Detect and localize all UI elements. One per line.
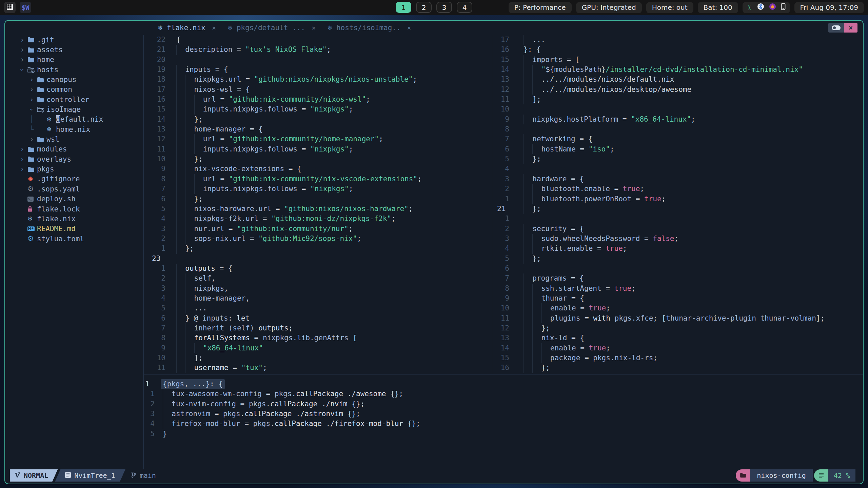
folder-icon bbox=[37, 97, 46, 102]
tab-close-icon[interactable]: × bbox=[312, 24, 316, 32]
workspace-4[interactable]: 4 bbox=[457, 2, 472, 13]
line-number: 1 bbox=[492, 214, 514, 224]
code-line: 12url = "github:nix-community/home-manag… bbox=[144, 134, 492, 144]
tab-flake-nix[interactable]: ❄flake.nix× bbox=[158, 24, 216, 32]
pane-flake-nix[interactable]: 22{21description = "tux's NixOS Flake";2… bbox=[144, 35, 492, 374]
code-text: nixpkgs.url = "github:nixos/nixpkgs/nixo… bbox=[169, 75, 417, 84]
tree-item-canopus[interactable]: ›canopus bbox=[5, 75, 143, 84]
line-number: 1 bbox=[144, 389, 158, 399]
code-line: 7programs = { bbox=[492, 273, 863, 283]
code-text: }; bbox=[169, 154, 203, 164]
line-number: 7 bbox=[492, 134, 514, 144]
status-pill-p[interactable]: P: Performance bbox=[509, 2, 572, 13]
line-number: 3 bbox=[144, 409, 158, 419]
tree-item-assets[interactable]: ›assets bbox=[5, 45, 143, 55]
workspace-2[interactable]: 2 bbox=[416, 2, 432, 13]
workspace-1[interactable]: 1 bbox=[396, 2, 411, 13]
apps-grid-button[interactable] bbox=[4, 2, 16, 13]
system-tray[interactable]: ✂ bbox=[743, 2, 790, 13]
chevron-right-icon: › bbox=[20, 46, 27, 54]
tree-item-overlays[interactable]: ›overlays bbox=[5, 154, 143, 164]
code-line: 16url = "github:nix-community/nixos-wsl"… bbox=[144, 95, 492, 104]
tree-item-flake-nix[interactable]: ❄flake.nix bbox=[5, 214, 143, 224]
pane-hosts-isoimage[interactable]: 17...16}: {15imports = [14"${modulesPath… bbox=[492, 35, 863, 374]
code-text: enable = true; bbox=[514, 303, 610, 313]
line-number: 3 bbox=[492, 234, 514, 244]
tree-item-wsl[interactable]: ›wsl bbox=[5, 134, 143, 144]
line-number: 3 bbox=[144, 224, 169, 234]
project-folder-badge bbox=[736, 469, 750, 482]
tree-item-controller[interactable]: ›controller bbox=[5, 95, 143, 104]
tree-item-isoimage[interactable]: ›isoImage bbox=[5, 104, 143, 114]
code-line: 7inherit (self) outputs; bbox=[144, 323, 492, 333]
tree-item-readme-md[interactable]: README.md bbox=[5, 224, 143, 234]
code-line: 8forAllSystems = nixpkgs.lib.genAttrs [ bbox=[144, 333, 492, 343]
scroll-percent-label: 42 % bbox=[834, 471, 850, 480]
code-text: inherit (self) outputs; bbox=[169, 323, 293, 333]
workspace-widget-label: $W bbox=[22, 4, 29, 11]
network-icon: ✂ bbox=[746, 5, 753, 10]
workspace-widget[interactable]: $W bbox=[20, 2, 31, 13]
code-line: 14"${modulesPath}/installer/cd-dvd/insta… bbox=[492, 65, 863, 75]
current-line-number: 23 bbox=[144, 254, 169, 264]
line-number: 1 bbox=[492, 194, 514, 204]
tab-label: flake.nix bbox=[167, 24, 205, 32]
tree-item-deploy-sh[interactable]: deploy.sh bbox=[5, 194, 143, 204]
code-line: 10]; bbox=[144, 353, 492, 363]
tree-item-label: .git bbox=[37, 36, 54, 44]
workspace-3[interactable]: 3 bbox=[436, 2, 452, 13]
tree-item--git[interactable]: ›.git bbox=[5, 35, 143, 45]
code-text bbox=[514, 104, 524, 114]
pane-pkgs-default[interactable]: 1{pkgs, ...}: {1tux-awesome-wm-config = … bbox=[144, 374, 863, 469]
code-text bbox=[514, 164, 524, 174]
line-number: 17 bbox=[492, 35, 514, 45]
tree-item-label: README.md bbox=[37, 225, 76, 233]
tree-item-label: default.nix bbox=[56, 115, 103, 123]
code-text: nixos-hardware.url = "github:nixos/nixos… bbox=[169, 204, 413, 214]
code-line: 7networking = { bbox=[492, 134, 863, 144]
tree-item-home-nix[interactable]: └❄home.nix bbox=[5, 124, 143, 134]
tree-item--sops-yaml[interactable]: ⚙.sops.yaml bbox=[5, 184, 143, 194]
code-line: 4firefox-mod-blur = pkgs.callPackage ./f… bbox=[144, 419, 863, 429]
tree-item-stylua-toml[interactable]: ⚙stylua.toml bbox=[5, 234, 143, 244]
line-number: 6 bbox=[492, 264, 514, 273]
tab-close-icon[interactable]: × bbox=[407, 24, 411, 32]
code-line: 1tux-awesome-wm-config = pkgs.callPackag… bbox=[144, 389, 863, 399]
line-number: 12 bbox=[144, 134, 169, 144]
code-text: nixos-wsl = { bbox=[169, 85, 250, 95]
line-number: 10 bbox=[492, 104, 514, 114]
line-number: 15 bbox=[492, 55, 514, 65]
status-pill-home[interactable]: Home: out bbox=[646, 2, 693, 13]
status-pill-gpu[interactable]: GPU: Integrated bbox=[576, 2, 642, 13]
code-line: 16}; bbox=[492, 363, 863, 373]
tree-item-flake-lock[interactable]: flake.lock bbox=[5, 204, 143, 214]
line-number: 14 bbox=[144, 115, 169, 124]
bluetooth-icon bbox=[757, 3, 764, 12]
mode-segment: NORMAL bbox=[10, 469, 58, 482]
code-text: self, bbox=[169, 273, 216, 283]
tree-item--gitignore[interactable]: .gitignore bbox=[5, 174, 143, 184]
chevron-right-icon: › bbox=[20, 56, 27, 64]
tree-item-default-nix[interactable]: │❄default.nix bbox=[5, 115, 143, 124]
tab-close-icon[interactable]: × bbox=[212, 24, 216, 32]
phone-icon bbox=[781, 3, 786, 12]
status-pill-bat[interactable]: Bat: 100 bbox=[698, 2, 738, 13]
window-close-button[interactable]: × bbox=[844, 23, 857, 33]
tab-pkgs-default-[interactable]: ❄pkgs/default ...× bbox=[228, 24, 316, 32]
clock-widget[interactable]: Fri Aug 09, 17:09 bbox=[794, 2, 864, 13]
file-tree[interactable]: ›.git›assets›home›hosts ›canopus ›common… bbox=[5, 35, 144, 469]
cursorline-highlight: {pkgs, ...}: { bbox=[161, 379, 225, 389]
tree-item-pkgs[interactable]: ›pkgs bbox=[5, 164, 143, 174]
terminal-icon bbox=[27, 197, 37, 202]
code-text: ]; bbox=[514, 95, 541, 104]
tree-item-modules[interactable]: ›modules bbox=[5, 144, 143, 154]
code-text: hostName = "iso"; bbox=[514, 144, 614, 154]
code-text: } bbox=[158, 429, 167, 439]
code-text: ... bbox=[514, 35, 545, 45]
tab-hosts-isoimag-[interactable]: ❄hosts/isoImag..× bbox=[327, 24, 411, 32]
tree-item-home[interactable]: ›home bbox=[5, 55, 143, 65]
code-line: 6 bbox=[492, 264, 863, 273]
tree-item-hosts[interactable]: ›hosts bbox=[5, 65, 143, 75]
tree-item-common[interactable]: ›common bbox=[5, 85, 143, 95]
window-toggle-button[interactable] bbox=[828, 23, 844, 33]
